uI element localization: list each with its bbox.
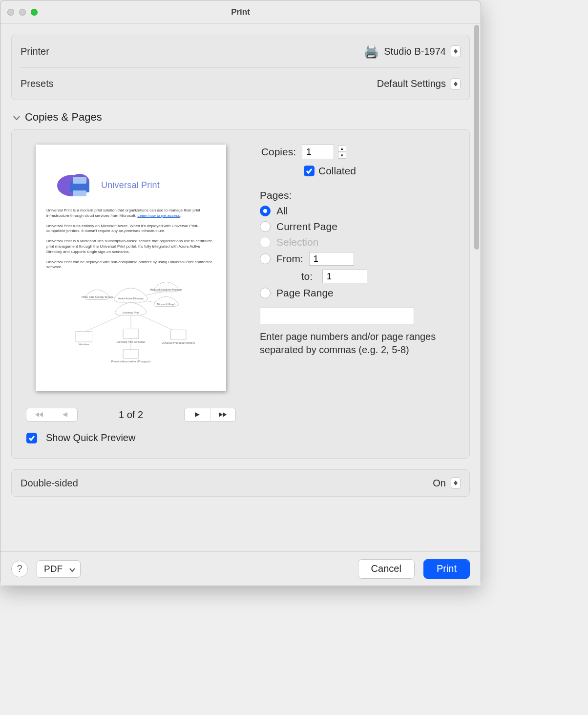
preview-paragraph: Universal Print is a Microsoft 365 subsc… xyxy=(46,239,215,254)
help-button[interactable]: ? xyxy=(11,561,28,577)
svg-text:Universal Print ready printers: Universal Print ready printers xyxy=(162,341,195,344)
print-dialog: Print Printer 🖨️ Studio B-1974 Presets D… xyxy=(0,0,481,586)
copies-stepper[interactable]: ▴ ▾ xyxy=(338,145,346,159)
double-sided-panel: Double-sided On xyxy=(11,469,470,497)
svg-rect-16 xyxy=(123,350,139,358)
svg-text:Azure Active Directory: Azure Active Directory xyxy=(118,297,144,300)
printer-select-stepper[interactable] xyxy=(451,45,461,57)
show-quick-preview-checkbox[interactable] xyxy=(26,433,37,443)
svg-text:Printer (without native UP sup: Printer (without native UP support) xyxy=(111,360,151,363)
preview-pager: 1 of 2 xyxy=(26,408,236,421)
last-page-button[interactable] xyxy=(210,408,235,421)
svg-rect-4 xyxy=(73,190,86,196)
pages-all-label: All xyxy=(276,205,288,217)
printer-presets-panel: Printer 🖨️ Studio B-1974 Presets Default… xyxy=(11,35,470,100)
pages-range-label: Page Range xyxy=(276,287,334,299)
printer-label: Printer xyxy=(21,46,49,57)
svg-text:Universal Print: Universal Print xyxy=(123,311,140,314)
svg-text:Microsoft Graph: Microsoft Graph xyxy=(157,303,176,306)
svg-text:Microsoft Endpoint Manager: Microsoft Endpoint Manager xyxy=(150,288,182,291)
pages-range-radio[interactable] xyxy=(260,288,271,298)
pages-label: Pages: xyxy=(260,189,458,201)
print-button[interactable]: Print xyxy=(423,559,470,579)
prev-page-button[interactable] xyxy=(52,408,77,421)
double-sided-value: On xyxy=(433,478,446,489)
page-range-hint: Enter page numbers and/or page ranges se… xyxy=(260,330,458,357)
dialog-footer: ? PDF Cancel Print xyxy=(0,551,481,586)
scrollbar[interactable] xyxy=(474,25,480,550)
svg-rect-14 xyxy=(170,330,186,339)
presets-select-stepper[interactable] xyxy=(451,78,461,90)
page-preview: Universal Print Universal Print is a mod… xyxy=(36,145,226,391)
pages-selection-label: Selection xyxy=(276,236,318,248)
preview-paragraph: Universal Print can be deployed with non… xyxy=(46,260,215,271)
double-sided-stepper[interactable] xyxy=(451,477,461,489)
copies-label: Copies: xyxy=(253,146,302,158)
preview-diagram: Azure Active Directory Microsoft Endpoin… xyxy=(46,275,215,373)
printer-value: Studio B-1974 xyxy=(384,46,446,57)
chevron-down-icon xyxy=(13,111,20,124)
copies-pages-title: Copies & Pages xyxy=(25,111,102,124)
pages-current-label: Current Page xyxy=(276,221,337,232)
titlebar: Print xyxy=(0,0,481,24)
pages-all-radio[interactable] xyxy=(260,206,271,216)
printer-row: Printer 🖨️ Studio B-1974 xyxy=(21,35,461,67)
copies-pages-panel: Universal Print Universal Print is a mod… xyxy=(11,129,470,459)
dialog-title: Print xyxy=(0,7,481,17)
next-page-button[interactable] xyxy=(185,408,210,421)
preview-doc-title: Universal Print xyxy=(101,180,160,190)
svg-text:Windows: Windows xyxy=(79,343,89,346)
show-quick-preview-label: Show Quick Preview xyxy=(46,432,135,443)
svg-rect-12 xyxy=(123,329,139,338)
options-column: Copies: ▴ ▾ Collated Pages: xyxy=(260,145,458,443)
svg-rect-3 xyxy=(73,177,86,184)
presets-label: Presets xyxy=(21,78,54,89)
page-range-input[interactable] xyxy=(260,308,414,324)
show-quick-preview-row: Show Quick Preview xyxy=(26,432,135,443)
pages-to-input[interactable] xyxy=(322,270,367,283)
first-page-button[interactable] xyxy=(26,408,52,421)
pdf-label: PDF xyxy=(44,564,63,574)
scrollbar-thumb[interactable] xyxy=(474,25,479,250)
pdf-dropdown[interactable]: PDF xyxy=(37,560,81,578)
copies-step-up[interactable]: ▴ xyxy=(338,145,346,152)
preview-paragraph: Universal Print runs entirely on Microso… xyxy=(46,224,215,234)
copies-step-down[interactable]: ▾ xyxy=(338,152,346,159)
chevron-down-icon xyxy=(69,564,75,574)
copies-pages-section-header[interactable]: Copies & Pages xyxy=(13,111,470,124)
pages-to-label: to: xyxy=(276,271,313,282)
cancel-button[interactable]: Cancel xyxy=(358,559,415,579)
double-sided-label: Double-sided xyxy=(21,478,78,489)
pages-current-radio[interactable] xyxy=(260,221,271,232)
preview-paragraph: Universal Print is a modern print soluti… xyxy=(46,208,215,219)
svg-text:Universal Print connector: Universal Print connector xyxy=(117,340,146,343)
collated-label: Collated xyxy=(318,165,356,177)
printer-icon: 🖨️ xyxy=(363,44,379,59)
svg-text:Office Data Storage Service: Office Data Storage Service xyxy=(81,295,113,298)
copies-input[interactable] xyxy=(302,145,334,159)
pages-from-input[interactable] xyxy=(309,252,354,266)
universal-print-logo-icon xyxy=(55,171,94,199)
learn-how-link: Learn how to get access xyxy=(137,213,180,218)
preview-column: Universal Print Universal Print is a mod… xyxy=(23,145,238,443)
presets-row: Presets Default Settings xyxy=(21,67,461,100)
page-counter: 1 of 2 xyxy=(119,409,143,421)
svg-rect-10 xyxy=(76,332,92,342)
pages-from-label: From: xyxy=(276,253,303,265)
pages-selection-radio xyxy=(260,237,271,248)
dialog-body: Printer 🖨️ Studio B-1974 Presets Default… xyxy=(0,24,481,551)
presets-value: Default Settings xyxy=(377,78,446,89)
collated-checkbox[interactable] xyxy=(304,166,315,176)
pages-from-radio[interactable] xyxy=(260,253,271,264)
